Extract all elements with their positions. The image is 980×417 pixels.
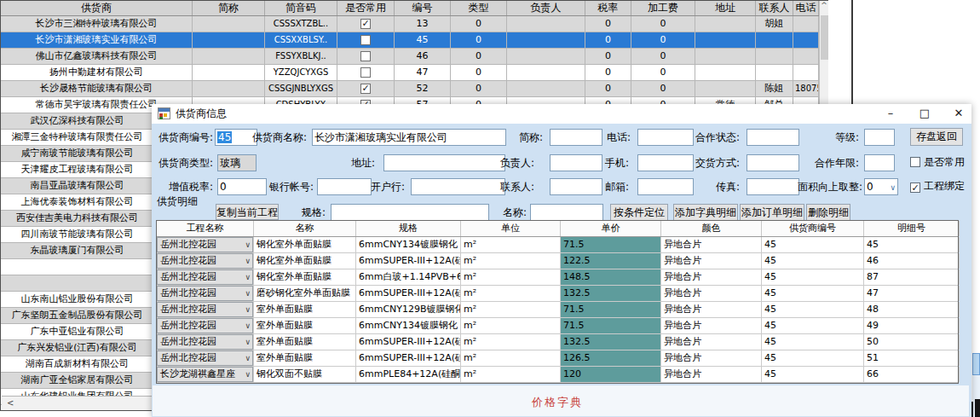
scroll-left-icon[interactable]: < bbox=[7, 398, 14, 408]
bg-column-header[interactable]: 简称 bbox=[193, 1, 265, 15]
detail-row[interactable]: 岳州北控花园∨钢化室外单面贴膜6mmCNY134镀膜钢化m²71.5异地合片45… bbox=[157, 237, 958, 253]
project-combo[interactable]: 长沙龙湖祺鑫星座∨ bbox=[157, 367, 253, 382]
add-order-detail-button[interactable]: 添加订单明细 bbox=[740, 204, 804, 221]
table-cell bbox=[193, 16, 265, 32]
detail-row[interactable]: 岳州北控花园∨室外单面贴膜6mmSUPER-III+12A(硅...m²126.… bbox=[157, 350, 958, 367]
grid-cell: 异地合片 bbox=[661, 318, 762, 333]
grid-column-header[interactable]: 颜色 bbox=[661, 221, 762, 236]
vertical-scrollbar[interactable]: ^ bbox=[819, 1, 828, 113]
grid-column-header[interactable]: 单位 bbox=[461, 221, 561, 236]
project-combo[interactable]: 岳州北控花园∨ bbox=[157, 286, 253, 301]
supplier-row[interactable] bbox=[1, 275, 153, 292]
supplier-row[interactable]: 天津耀皮工程玻璃有限公司 bbox=[1, 162, 153, 178]
common-checkbox[interactable] bbox=[360, 51, 371, 61]
common-checkbox[interactable] bbox=[360, 67, 371, 78]
supplier-row[interactable]: 南昌亚晶玻璃有限公司 bbox=[1, 178, 153, 194]
bg-column-header[interactable]: 加工费 bbox=[631, 1, 695, 15]
detail-row[interactable]: 岳州北控花园∨室外单面贴膜6mmSUPER-III+12A(硅...m²132.… bbox=[157, 334, 958, 350]
supplier-row[interactable]: 佛山市亿鑫玻璃科技有限公司FSSYXBLKJ..46000 bbox=[1, 49, 819, 65]
grid-column-header[interactable]: 单价 bbox=[561, 221, 661, 236]
grid-column-header[interactable]: 供货商编号 bbox=[762, 221, 864, 236]
supplier-row[interactable]: 四川南玻节能玻璃有限公司 bbox=[1, 227, 153, 243]
grid-cell: 45 bbox=[762, 286, 864, 301]
detail-row[interactable]: 岳州北控花园∨钢化室外单面贴膜6mm白玻+1.14PVB+6mm...m²148… bbox=[157, 269, 958, 286]
bank-input[interactable] bbox=[317, 178, 372, 195]
round-up-select[interactable]: 0 ∨ bbox=[864, 178, 898, 195]
grid-column-header[interactable]: 工程名称 bbox=[157, 221, 254, 236]
project-combo[interactable]: 岳州北控花园∨ bbox=[157, 253, 253, 269]
supplier-row[interactable]: 武汉亿深科技有限公司 bbox=[1, 113, 153, 130]
common-use-checkbox[interactable]: 是否常用 bbox=[910, 156, 965, 168]
supplier-row[interactable]: 西安佳吉美电力科技有限公司 bbox=[1, 211, 153, 227]
common-checkbox[interactable]: ✓ bbox=[360, 19, 371, 29]
project-combo[interactable]: 岳州北控花园∨ bbox=[157, 318, 253, 333]
scrollbar-thumb[interactable] bbox=[821, 15, 828, 60]
detail-row[interactable]: 岳州北控花园∨磨砂钢化室外单面贴膜6mmSUPER-III+12A(硅...m²… bbox=[157, 286, 958, 302]
locate-by-condition-button[interactable]: 按条件定位 bbox=[610, 204, 668, 221]
address-input[interactable] bbox=[383, 154, 505, 171]
detail-row[interactable]: 长沙龙湖祺鑫星座∨钢化双面不贴膜6mmPLE84+12A(硅酮胶...m²120… bbox=[157, 367, 958, 383]
coop-years-input[interactable] bbox=[864, 154, 895, 171]
project-combo[interactable]: 岳州北控花园∨ bbox=[157, 302, 253, 317]
supplier-name-input[interactable]: 长沙市潇湘玻璃实业有限公司 bbox=[312, 129, 506, 146]
project-combo[interactable]: 岳州北控花园∨ bbox=[157, 350, 253, 366]
supplier-row[interactable]: 广东兴发铝业(江西)有限公司 bbox=[1, 340, 153, 356]
supplier-row[interactable]: 湖南百成新材料有限公司 bbox=[1, 356, 153, 373]
minimize-icon[interactable]: – bbox=[873, 104, 908, 124]
grid-column-header[interactable]: 规格 bbox=[356, 221, 461, 236]
detail-row[interactable]: 岳州北控花园∨室外单面贴膜6mmCNY134镀膜钢化m²71.5异地合片4549 bbox=[157, 318, 958, 334]
delete-detail-button[interactable]: 删除明细 bbox=[806, 204, 850, 221]
supplier-row[interactable]: 东晶玻璃厦门有限公司 bbox=[1, 243, 153, 259]
supplier-row[interactable]: 山东南山铝业股份有限公司 bbox=[1, 292, 153, 308]
common-checkbox[interactable] bbox=[360, 35, 371, 45]
bg-column-header[interactable]: 电话 bbox=[793, 1, 819, 15]
horizontal-scrollbar[interactable]: < bbox=[2, 396, 153, 410]
bg-column-header[interactable]: 负责人 bbox=[507, 1, 585, 15]
common-checkbox[interactable]: ✓ bbox=[360, 84, 371, 94]
supplier-row[interactable]: 广东中亚铝业有限公司 bbox=[1, 324, 153, 340]
bg-column-header[interactable]: 编号 bbox=[395, 1, 451, 15]
vat-input[interactable]: 0 bbox=[217, 178, 267, 195]
supplier-row[interactable]: 长沙晟格节能玻璃有限公司CSSGJNBLYXGS✓52000陈姐180751 bbox=[1, 81, 819, 97]
bg-column-header[interactable]: 税率 bbox=[585, 1, 631, 15]
bg-column-header[interactable]: 地址 bbox=[695, 1, 756, 15]
project-combo[interactable]: 岳州北控花园∨ bbox=[157, 334, 253, 350]
supplier-row[interactable]: 广东坚朗五金制品股份有限公司 bbox=[1, 308, 153, 324]
bg-column-header[interactable]: 类型 bbox=[451, 1, 507, 15]
maximize-icon[interactable]: □ bbox=[907, 104, 943, 124]
coop-status-input[interactable] bbox=[747, 129, 799, 146]
bg-column-header[interactable]: 是否常用 bbox=[337, 1, 395, 15]
detail-row[interactable]: 岳州北控花园∨室外单面贴膜6mmCNY129B镀膜钢化m²71.5异地合片454… bbox=[157, 302, 958, 318]
supplier-row[interactable]: 湘潭三金特种玻璃有限责任公司 bbox=[1, 130, 153, 146]
scroll-up-icon[interactable]: ^ bbox=[821, 1, 827, 9]
bg-column-header[interactable]: 供货商 bbox=[1, 1, 193, 15]
close-icon[interactable]: ✕ bbox=[941, 104, 977, 124]
add-dictionary-detail-button[interactable]: 添加字典明细 bbox=[673, 204, 738, 221]
supplier-row[interactable]: 长沙市潇湘玻璃实业有限公司CSSXXBLSY..45000 bbox=[1, 32, 819, 49]
grid-column-header[interactable]: 名称 bbox=[254, 221, 356, 236]
name-filter-input[interactable] bbox=[530, 204, 603, 221]
supplier-row[interactable]: 咸宁南玻节能玻璃有限公司 bbox=[1, 146, 153, 162]
grade-input[interactable] bbox=[864, 129, 895, 146]
table-cell: 0 bbox=[451, 16, 507, 32]
bg-column-header[interactable]: 联系人 bbox=[756, 1, 793, 15]
copy-current-project-button[interactable]: 复制当前工程 bbox=[216, 204, 279, 220]
spec-filter-input[interactable] bbox=[331, 204, 489, 221]
delivery-input[interactable] bbox=[747, 154, 799, 171]
grid-cell: m² bbox=[461, 350, 561, 366]
supplier-type-input[interactable]: 玻璃 bbox=[217, 154, 257, 171]
supplier-row[interactable]: 扬州中勤建材有限公司YZZQJCYXGS47000 bbox=[1, 65, 819, 81]
project-combo[interactable]: 岳州北控花园∨ bbox=[157, 237, 253, 252]
bg-column-header[interactable]: 简音码 bbox=[265, 1, 337, 15]
supplier-row[interactable]: 长沙市三湘特种玻璃有限公司CSSSXTZBL..✓13000胡姐 bbox=[1, 16, 819, 32]
detail-grid-header-row: 工程名称名称规格单位单价颜色供货商编号明细号 bbox=[157, 221, 958, 237]
detail-row[interactable]: 岳州北控花园∨钢化室外单面贴膜6mmSUPER-III+12A(硅...m²12… bbox=[157, 253, 958, 269]
project-bind-checkbox[interactable]: ✓工程绑定 bbox=[910, 180, 965, 193]
save-return-button[interactable]: 存盘返回 bbox=[910, 128, 963, 146]
project-combo[interactable]: 岳州北控花园∨ bbox=[157, 269, 253, 285]
supplier-row[interactable]: 上海优泰装饰材料有限公司 bbox=[1, 194, 153, 211]
supplier-row[interactable] bbox=[1, 259, 153, 275]
project-cell: 岳州北控花园∨ bbox=[157, 253, 254, 269]
grid-column-header[interactable]: 明细号 bbox=[864, 221, 960, 236]
supplier-row[interactable]: 湖南广亚全铝家居有限公司 bbox=[1, 373, 153, 389]
